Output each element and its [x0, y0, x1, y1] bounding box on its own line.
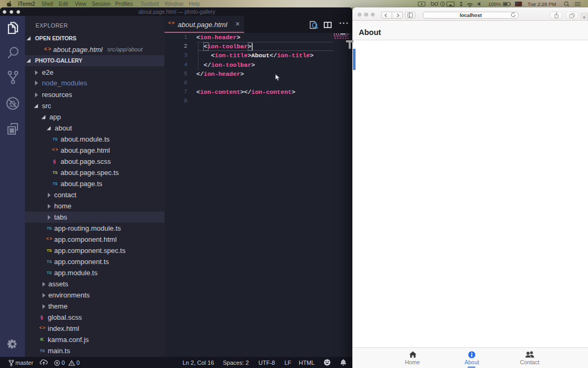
svg-text:Tue 2:28 PM: Tue 2:28 PM — [528, 1, 556, 7]
svg-text:100%: 100% — [488, 1, 501, 7]
